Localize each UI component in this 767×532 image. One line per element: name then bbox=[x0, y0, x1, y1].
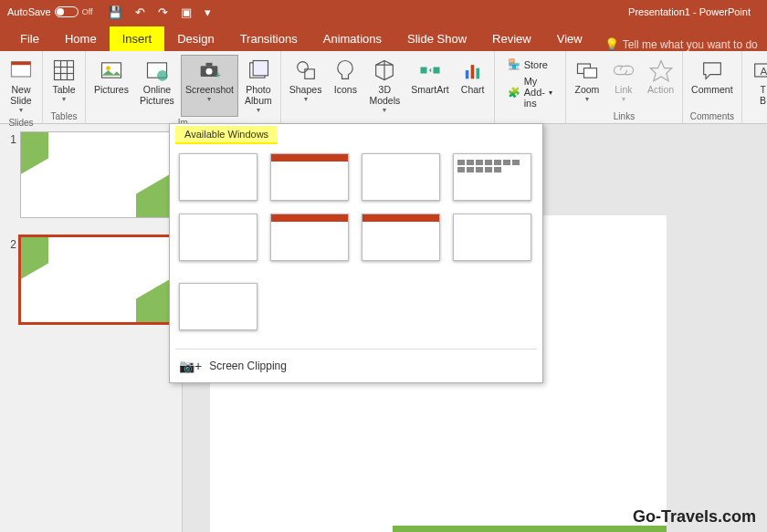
new-slide-icon bbox=[8, 57, 34, 83]
svg-rect-13 bbox=[206, 63, 213, 67]
slide-thumbnail-1[interactable] bbox=[20, 131, 173, 218]
chart-icon bbox=[460, 57, 486, 83]
svg-rect-16 bbox=[253, 61, 268, 76]
screenshot-dropdown: Available Windows 📷+ Screen Clipping bbox=[169, 123, 543, 383]
action-button[interactable]: Action bbox=[643, 55, 678, 110]
quick-access-toolbar: 💾 ↶ ↷ ▣ ▾ bbox=[108, 5, 211, 19]
tab-file[interactable]: File bbox=[7, 26, 52, 51]
group-label-comments: Comments bbox=[687, 110, 738, 121]
tab-design[interactable]: Design bbox=[164, 26, 226, 51]
my-addins-label: My Add-ins bbox=[524, 76, 545, 109]
online-pictures-label: Online Pictures bbox=[140, 84, 174, 106]
slide-thumbnail-row: 1 bbox=[4, 131, 178, 218]
store-icon: 🏪 bbox=[508, 58, 520, 70]
ribbon-group-illustrations: Shapes ▾ Icons 3D Models ▾ SmartArt Char… bbox=[281, 51, 495, 123]
screen-clipping-button[interactable]: 📷+ Screen Clipping bbox=[170, 351, 542, 382]
window-thumbnail[interactable] bbox=[179, 283, 257, 330]
ribbon-tab-bar: File Home Insert Design Transitions Anim… bbox=[0, 24, 767, 51]
smartart-button[interactable]: SmartArt bbox=[406, 55, 453, 117]
3d-models-button[interactable]: 3D Models ▾ bbox=[364, 55, 405, 117]
shapes-label: Shapes bbox=[289, 84, 322, 95]
window-thumbnail[interactable] bbox=[179, 153, 257, 201]
slide-number: 2 bbox=[4, 236, 20, 251]
tab-insert[interactable]: Insert bbox=[110, 26, 165, 51]
autosave-toggle[interactable]: AutoSave Off bbox=[7, 6, 93, 17]
online-pictures-button[interactable]: Online Pictures bbox=[135, 55, 179, 117]
link-label: Link bbox=[615, 84, 632, 95]
document-title: Presentation1 - PowerPoint bbox=[628, 6, 751, 17]
text-box-icon: A bbox=[751, 57, 767, 83]
icons-icon bbox=[332, 57, 358, 83]
new-slide-button[interactable]: New Slide ▾ bbox=[4, 55, 38, 117]
tab-animations[interactable]: Animations bbox=[310, 26, 394, 51]
comment-icon bbox=[699, 57, 725, 83]
slide-thumbnail-2[interactable] bbox=[20, 236, 173, 323]
chevron-down-icon: ▾ bbox=[383, 106, 386, 114]
tell-me-search[interactable]: 💡 Tell me what you want to do bbox=[604, 37, 758, 51]
chevron-down-icon: ▾ bbox=[62, 95, 66, 103]
smartart-label: SmartArt bbox=[411, 84, 448, 95]
tab-review[interactable]: Review bbox=[479, 26, 544, 51]
my-addins-button[interactable]: 🧩 My Add-ins ▾ bbox=[504, 74, 556, 110]
3d-models-label: 3D Models bbox=[369, 84, 400, 106]
svg-text:A: A bbox=[760, 65, 767, 77]
tab-slide-show[interactable]: Slide Show bbox=[394, 26, 479, 51]
chevron-down-icon: ▾ bbox=[19, 106, 23, 114]
window-thumbnail[interactable] bbox=[179, 214, 257, 261]
present-from-start-icon[interactable]: ▣ bbox=[181, 5, 192, 19]
zoom-icon bbox=[574, 57, 600, 83]
save-icon[interactable]: 💾 bbox=[108, 5, 122, 19]
shapes-button[interactable]: Shapes ▾ bbox=[285, 55, 327, 117]
screen-clipping-label: Screen Clipping bbox=[209, 360, 287, 372]
window-thumbnail[interactable] bbox=[270, 214, 349, 261]
comment-label: Comment bbox=[691, 84, 733, 95]
window-thumbnail[interactable] bbox=[362, 214, 440, 261]
icons-button[interactable]: Icons bbox=[328, 55, 362, 117]
zoom-button[interactable]: Zoom ▾ bbox=[570, 55, 604, 110]
redo-icon[interactable]: ↷ bbox=[158, 5, 168, 19]
shapes-icon bbox=[293, 57, 319, 83]
chevron-down-icon: ▾ bbox=[257, 106, 260, 114]
text-box-button-truncated[interactable]: A T B bbox=[746, 55, 767, 110]
table-label: Table bbox=[52, 84, 75, 95]
window-thumbnail[interactable] bbox=[362, 153, 440, 201]
screenshot-button[interactable]: + Screenshot ▾ bbox=[181, 55, 238, 117]
chevron-down-icon: ▾ bbox=[549, 89, 552, 97]
lightbulb-icon: 💡 bbox=[604, 37, 619, 51]
window-thumbnail[interactable] bbox=[453, 214, 531, 261]
svg-rect-1 bbox=[12, 62, 31, 66]
ribbon: New Slide ▾ Slides Table ▾ Tables Pictur… bbox=[0, 51, 767, 124]
window-thumbnail[interactable] bbox=[270, 153, 349, 201]
qat-more-icon[interactable]: ▾ bbox=[205, 5, 211, 19]
chevron-down-icon: ▾ bbox=[585, 95, 589, 103]
comment-button[interactable]: Comment bbox=[687, 55, 738, 110]
svg-point-8 bbox=[106, 66, 110, 70]
window-thumbnail[interactable] bbox=[453, 153, 531, 201]
table-button[interactable]: Table ▾ bbox=[47, 55, 81, 110]
screen-clipping-icon: 📷+ bbox=[179, 359, 202, 373]
pictures-label: Pictures bbox=[94, 84, 129, 95]
pictures-icon bbox=[99, 57, 124, 83]
svg-rect-22 bbox=[470, 65, 474, 78]
svg-rect-2 bbox=[55, 61, 74, 80]
action-label: Action bbox=[647, 84, 674, 95]
svg-rect-20 bbox=[433, 68, 439, 74]
chart-label: Chart bbox=[461, 84, 485, 95]
ribbon-group-text-truncated: A T B bbox=[742, 51, 767, 123]
store-button[interactable]: 🏪 Store bbox=[504, 57, 556, 72]
svg-rect-21 bbox=[466, 70, 468, 78]
icons-label: Icons bbox=[334, 84, 357, 95]
tab-view[interactable]: View bbox=[544, 26, 595, 51]
svg-rect-19 bbox=[420, 68, 426, 74]
link-icon bbox=[611, 57, 636, 83]
pictures-button[interactable]: Pictures bbox=[89, 55, 133, 117]
photo-album-button[interactable]: Photo Album ▾ bbox=[240, 55, 277, 117]
svg-rect-25 bbox=[583, 68, 596, 78]
tab-transitions[interactable]: Transitions bbox=[227, 26, 310, 51]
chart-button[interactable]: Chart bbox=[456, 55, 490, 117]
tab-home[interactable]: Home bbox=[52, 26, 110, 51]
link-button[interactable]: Link ▾ bbox=[606, 55, 641, 110]
ribbon-group-comments: Comment Comments bbox=[683, 51, 742, 123]
svg-point-12 bbox=[206, 68, 213, 75]
undo-icon[interactable]: ↶ bbox=[135, 5, 145, 19]
